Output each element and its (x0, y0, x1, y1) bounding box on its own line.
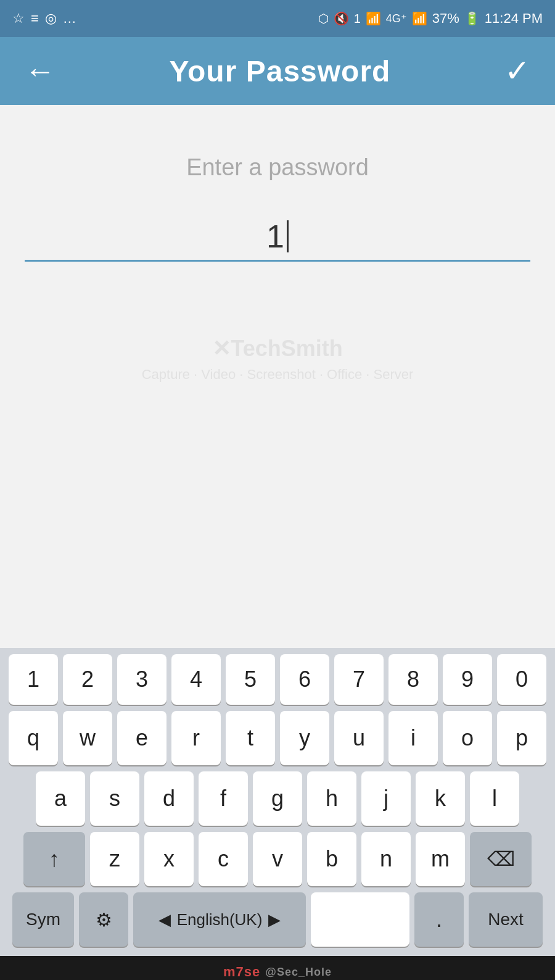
key-q[interactable]: q (9, 711, 58, 765)
key-f[interactable]: f (199, 771, 248, 826)
watermark: ✕TechSmith Capture · Video · Screenshot … (142, 336, 414, 383)
key-l[interactable]: l (470, 771, 519, 826)
time-display: 11:24 PM (485, 10, 543, 27)
key-a[interactable]: a (36, 771, 85, 826)
key-t[interactable]: t (226, 711, 275, 765)
signal-icon: 📶 (366, 11, 381, 26)
network-type-icon: 4G⁺ (386, 12, 407, 25)
key-0[interactable]: 0 (497, 654, 546, 705)
top-bar: ← Your Password ✓ (0, 37, 555, 105)
keyboard: 1 2 3 4 5 6 7 8 9 0 q w e r t y u i o p … (0, 648, 555, 956)
menu-icon: ≡ (31, 10, 39, 27)
watermark-logo: ✕TechSmith (212, 336, 342, 362)
key-9[interactable]: 9 (443, 654, 492, 705)
more-icon: … (63, 10, 76, 27)
key-d[interactable]: d (144, 771, 194, 826)
keyboard-row-asdf: a s d f g h j k l (3, 771, 552, 826)
password-input-value: 1 (266, 218, 286, 255)
key-2[interactable]: 2 (63, 654, 112, 705)
battery-icon: 🔋 (464, 11, 480, 26)
key-v[interactable]: v (253, 832, 302, 886)
sim-icon: 1 (354, 12, 361, 26)
bottom-watermark-bar: m7se @Sec_Hole (0, 956, 555, 980)
key-u[interactable]: u (334, 711, 384, 765)
cast-icon: ⬡ (318, 11, 329, 26)
location-icon: ◎ (45, 10, 57, 27)
key-r[interactable]: r (171, 711, 221, 765)
key-e[interactable]: e (117, 711, 166, 765)
page-title: Your Password (170, 54, 391, 88)
key-y[interactable]: y (280, 711, 329, 765)
key-h[interactable]: h (307, 771, 356, 826)
key-n[interactable]: n (361, 832, 411, 886)
signal2-icon: 📶 (412, 11, 427, 26)
language-key[interactable]: ◀ English(UK) ▶ (133, 892, 306, 947)
bottom-handle-text: @Sec_Hole (265, 966, 332, 979)
keyboard-row-qwerty: q w e r t y u i o p (3, 711, 552, 765)
key-4[interactable]: 4 (171, 654, 221, 705)
status-left-icons: ☆ ≡ ◎ … (12, 10, 76, 27)
key-8[interactable]: 8 (388, 654, 438, 705)
lang-next-icon[interactable]: ▶ (268, 910, 281, 929)
key-x[interactable]: x (144, 832, 194, 886)
space-key[interactable] (311, 892, 409, 947)
key-w[interactable]: w (63, 711, 112, 765)
password-placeholder: Enter a password (186, 154, 369, 181)
key-i[interactable]: i (388, 711, 438, 765)
backspace-key[interactable]: ⌫ (470, 832, 532, 886)
key-7[interactable]: 7 (334, 654, 384, 705)
shift-key[interactable]: ↑ (23, 832, 85, 886)
mute-icon: 🔇 (334, 11, 349, 26)
period-key[interactable]: . (414, 892, 464, 947)
sym-key[interactable]: Sym (12, 892, 74, 947)
status-bar: ☆ ≡ ◎ … ⬡ 🔇 1 📶 4G⁺ 📶 37% 🔋 11:24 PM (0, 0, 555, 37)
key-g[interactable]: g (253, 771, 302, 826)
keyboard-row-numbers: 1 2 3 4 5 6 7 8 9 0 (3, 654, 552, 705)
key-k[interactable]: k (416, 771, 465, 826)
key-6[interactable]: 6 (280, 654, 329, 705)
text-cursor (287, 220, 289, 252)
wifi-icon: ☆ (12, 10, 25, 27)
key-m[interactable]: m (416, 832, 465, 886)
key-j[interactable]: j (361, 771, 411, 826)
keyboard-bottom-row: Sym ⚙ ◀ English(UK) ▶ . Next (3, 892, 552, 947)
battery-text: 37% (432, 10, 459, 27)
status-right-icons: ⬡ 🔇 1 📶 4G⁺ 📶 37% 🔋 11:24 PM (318, 10, 543, 27)
keyboard-row-zxcv: ↑ z x c v b n m ⌫ (3, 832, 552, 886)
watermark-subtext: Capture · Video · Screenshot · Office · … (142, 367, 414, 383)
confirm-button[interactable]: ✓ (504, 53, 530, 89)
bottom-brand-text: m7se (223, 964, 260, 980)
key-z[interactable]: z (90, 832, 139, 886)
content-area: Enter a password 1 ✕TechSmith Capture · … (0, 105, 555, 648)
key-s[interactable]: s (90, 771, 139, 826)
key-1[interactable]: 1 (9, 654, 58, 705)
next-key[interactable]: Next (469, 892, 543, 947)
key-3[interactable]: 3 (117, 654, 166, 705)
lang-label: English(UK) (177, 910, 263, 929)
lang-prev-icon[interactable]: ◀ (158, 910, 171, 929)
key-b[interactable]: b (307, 832, 356, 886)
key-o[interactable]: o (443, 711, 492, 765)
password-input-wrapper[interactable]: 1 (25, 218, 530, 262)
key-c[interactable]: c (199, 832, 248, 886)
settings-key[interactable]: ⚙ (79, 892, 128, 947)
key-p[interactable]: p (497, 711, 546, 765)
key-5[interactable]: 5 (226, 654, 275, 705)
back-button[interactable]: ← (25, 53, 56, 89)
